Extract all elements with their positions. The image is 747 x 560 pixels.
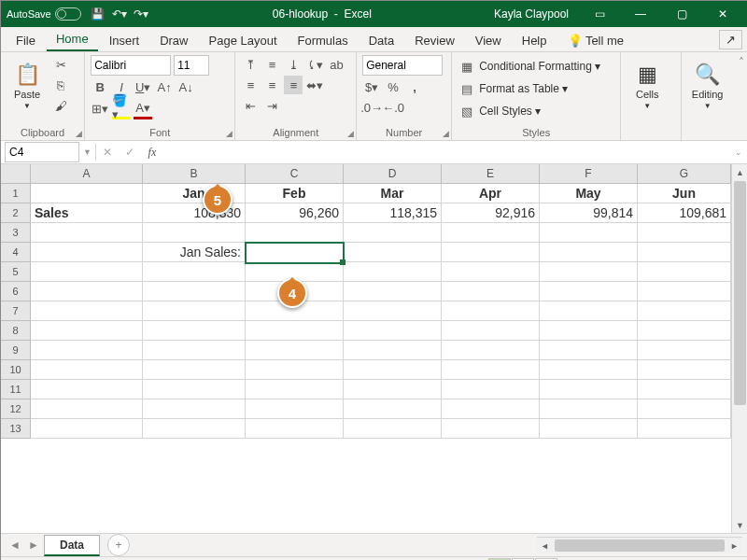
tab-formulas[interactable]: Formulas	[289, 30, 358, 51]
cell[interactable]	[344, 262, 442, 282]
cell[interactable]	[344, 321, 442, 341]
font-color-icon[interactable]: A▾	[134, 98, 152, 119]
minimize-button[interactable]: —	[621, 1, 660, 27]
cell[interactable]: May	[540, 184, 638, 203]
col-header[interactable]: A	[31, 164, 143, 184]
tab-home[interactable]: Home	[47, 28, 98, 51]
cell[interactable]	[638, 301, 731, 321]
cell[interactable]	[442, 380, 540, 399]
cell[interactable]	[442, 341, 540, 360]
dec-indent-icon[interactable]: ⇤	[241, 96, 260, 115]
cell[interactable]	[344, 223, 442, 243]
select-all-corner[interactable]	[1, 164, 31, 184]
fx-icon[interactable]: fx	[141, 142, 163, 162]
cell[interactable]	[143, 360, 246, 380]
row-header[interactable]: 7	[1, 301, 31, 321]
cell[interactable]	[442, 243, 540, 262]
format-as-table-button[interactable]: ▤Format as Table▾	[458, 79, 600, 98]
cell[interactable]	[540, 341, 638, 360]
align-middle-icon[interactable]: ≡	[262, 55, 281, 74]
cell[interactable]	[143, 321, 246, 341]
cell[interactable]	[31, 262, 143, 282]
row-header[interactable]: 3	[1, 223, 31, 243]
cell[interactable]: Jan Sales:	[143, 243, 246, 262]
cell[interactable]	[344, 380, 442, 399]
cell[interactable]	[442, 419, 540, 439]
row-header[interactable]: 13	[1, 419, 31, 439]
fill-color-icon[interactable]: 🪣▾	[112, 98, 131, 119]
row-header[interactable]: 1	[1, 184, 31, 203]
align-top-icon[interactable]: ⤒	[241, 55, 260, 74]
clipboard-launcher[interactable]: ◢	[76, 129, 82, 138]
row-header[interactable]: 11	[1, 380, 31, 399]
number-launcher[interactable]: ◢	[443, 129, 449, 138]
cell[interactable]	[31, 419, 143, 439]
sheet-nav-prev-icon[interactable]: ◄	[7, 539, 23, 552]
underline-icon[interactable]: U▾	[134, 77, 152, 96]
cell[interactable]	[638, 223, 731, 243]
enter-formula-icon[interactable]: ✓	[119, 142, 141, 162]
cell[interactable]	[540, 282, 638, 301]
vertical-scrollbar[interactable]: ▲ ▼	[731, 164, 747, 533]
cell[interactable]	[442, 282, 540, 301]
bold-icon[interactable]: B	[91, 77, 109, 96]
font-launcher[interactable]: ◢	[226, 129, 233, 138]
cell[interactable]	[540, 223, 638, 243]
wrap-text-icon[interactable]: ab	[327, 55, 345, 74]
cell[interactable]: 109,681	[638, 203, 731, 223]
tab-data[interactable]: Data	[359, 30, 403, 51]
row-header[interactable]: 8	[1, 321, 31, 341]
editing-button[interactable]: 🔍Editing▼	[687, 55, 728, 117]
inc-indent-icon[interactable]: ⇥	[262, 96, 281, 115]
cell[interactable]: Sales	[31, 203, 143, 223]
row-header[interactable]: 9	[1, 341, 31, 360]
cell[interactable]	[344, 341, 442, 360]
save-icon[interactable]: 💾	[89, 5, 107, 23]
cell[interactable]	[344, 419, 442, 439]
sheet-nav-next-icon[interactable]: ►	[25, 539, 42, 552]
alignment-launcher[interactable]: ◢	[347, 129, 354, 138]
undo-icon[interactable]: ↶▾	[110, 5, 129, 23]
close-button[interactable]: ✕	[703, 1, 742, 27]
conditional-formatting-button[interactable]: ▦Conditional Formatting▾	[458, 57, 600, 76]
col-header[interactable]: D	[344, 164, 442, 184]
grow-font-icon[interactable]: A↑	[155, 77, 174, 96]
percent-icon[interactable]: %	[384, 77, 402, 96]
tab-pagelayout[interactable]: Page Layout	[200, 30, 287, 51]
cell[interactable]	[31, 360, 143, 380]
tab-review[interactable]: Review	[405, 30, 464, 51]
cell[interactable]	[143, 282, 246, 301]
expand-formula-bar-icon[interactable]: ⌄	[735, 147, 742, 157]
cell[interactable]	[540, 360, 638, 380]
cell[interactable]	[143, 419, 246, 439]
cell[interactable]	[540, 380, 638, 399]
cell[interactable]	[540, 419, 638, 439]
formula-input[interactable]	[163, 143, 729, 161]
cell[interactable]	[344, 243, 442, 262]
cell[interactable]	[638, 419, 731, 439]
col-header[interactable]: C	[246, 164, 344, 184]
dec-decimal-icon[interactable]: ←.0	[384, 98, 402, 117]
cell[interactable]	[246, 360, 344, 380]
align-center-icon[interactable]: ≡	[262, 76, 281, 94]
cell[interactable]	[31, 184, 143, 203]
cell[interactable]	[638, 360, 731, 380]
cell[interactable]	[246, 419, 344, 439]
align-bottom-icon[interactable]: ⤓	[284, 55, 303, 74]
cell[interactable]	[31, 399, 143, 419]
col-header[interactable]: G	[638, 164, 731, 184]
cell[interactable]	[540, 243, 638, 262]
cell[interactable]	[246, 223, 344, 243]
col-header[interactable]: F	[540, 164, 638, 184]
cell[interactable]	[246, 380, 344, 399]
copy-icon[interactable]: ⎘	[51, 76, 70, 94]
cell[interactable]	[442, 223, 540, 243]
cell[interactable]	[442, 360, 540, 380]
row-header[interactable]: 2	[1, 203, 31, 223]
font-size-select[interactable]	[174, 55, 209, 76]
comma-icon[interactable]: ,	[405, 77, 424, 96]
accounting-icon[interactable]: $▾	[362, 77, 381, 96]
cell[interactable]: 118,315	[344, 203, 442, 223]
cell-styles-button[interactable]: ▧Cell Styles▾	[458, 102, 600, 120]
merge-icon[interactable]: ⬌▾	[305, 76, 324, 94]
